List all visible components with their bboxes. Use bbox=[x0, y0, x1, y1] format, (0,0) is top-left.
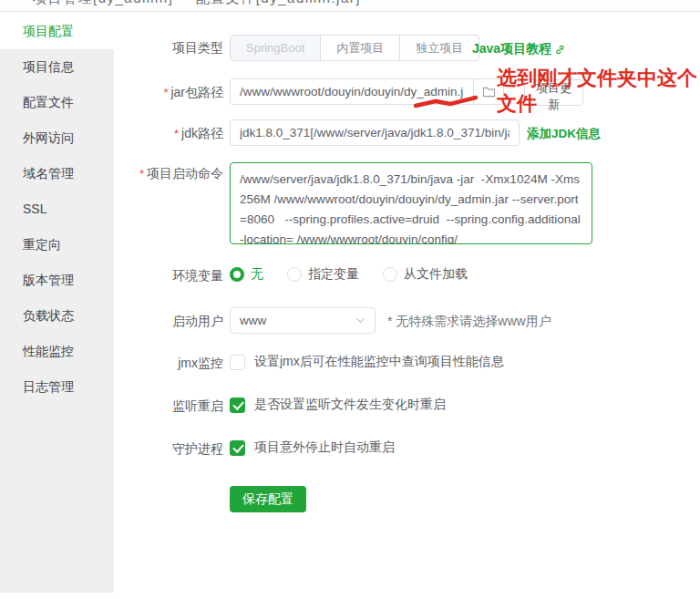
run-user-select[interactable]: www bbox=[230, 307, 376, 334]
radio-unselected-icon bbox=[287, 267, 302, 282]
daemon-check-row: 项目意外停止时自动重启 bbox=[230, 439, 395, 456]
env-radio-from-file[interactable]: 从文件加载 bbox=[383, 266, 468, 283]
settings-sidebar: 项目配置 项目信息 配置文件 外网访问 域名管理 SSL 重定向 版本管理 负载… bbox=[0, 13, 114, 593]
start-cmd-label: *项目启动命令 bbox=[114, 166, 223, 182]
radio-unselected-icon bbox=[383, 267, 397, 282]
clipped-dialog-title: 项目管理[dy_admin] -- 配置文件[dy_admin.jar] bbox=[33, 0, 361, 7]
jar-path-input-group bbox=[230, 78, 504, 105]
jmx-check-row: 设置jmx后可在性能监控中查询项目性能信息 bbox=[230, 354, 504, 370]
save-config-button[interactable]: 保存配置 bbox=[230, 486, 306, 512]
radio-selected-icon bbox=[230, 267, 244, 282]
chevron-down-icon bbox=[355, 315, 365, 325]
project-type-label: 项目类型 bbox=[114, 40, 223, 57]
jmx-label: jmx监控 bbox=[114, 356, 223, 372]
listen-restart-check-row: 是否设置监听文件发生变化时重启 bbox=[230, 397, 446, 413]
daemon-text: 项目意外停止时自动重启 bbox=[254, 439, 395, 456]
project-type-builtin-button[interactable]: 内置项目 bbox=[320, 35, 400, 61]
jdk-path-input[interactable] bbox=[230, 119, 520, 146]
env-radio-none[interactable]: 无 bbox=[230, 266, 263, 283]
sidebar-item-version[interactable]: 版本管理 bbox=[0, 263, 114, 298]
jar-path-label: *jar包路径 bbox=[114, 85, 223, 101]
sidebar-item-redirect[interactable]: 重定向 bbox=[0, 227, 114, 263]
daemon-label: 守护进程 bbox=[114, 441, 223, 458]
sidebar-item-ssl[interactable]: SSL bbox=[0, 191, 114, 227]
listen-restart-text: 是否设置监听文件发生变化时重启 bbox=[254, 397, 446, 413]
folder-icon bbox=[482, 86, 496, 98]
sidebar-item-load-status[interactable]: 负载状态 bbox=[0, 298, 114, 334]
jmx-text: 设置jmx后可在性能监控中查询项目性能信息 bbox=[254, 354, 504, 370]
red-annotation-text: 选到刚才文件夹中这个 文件 bbox=[497, 66, 700, 117]
link-chain-icon bbox=[555, 45, 565, 55]
run-user-label: 启动用户 bbox=[114, 314, 223, 330]
sidebar-item-project-config[interactable]: 项目配置 bbox=[0, 13, 114, 49]
sidebar-item-external-access[interactable]: 外网访问 bbox=[0, 120, 114, 156]
project-type-springboot-button[interactable]: SpringBoot bbox=[230, 35, 321, 61]
env-var-radio-group: 无 指定变量 从文件加载 bbox=[230, 266, 468, 283]
dialog-title-strip: 项目管理[dy_admin] -- 配置文件[dy_admin.jar] bbox=[0, 0, 700, 12]
project-type-standalone-button[interactable]: 独立项目 bbox=[399, 35, 479, 61]
run-user-hint: * 无特殊需求请选择www用户 bbox=[387, 314, 551, 330]
jar-path-input[interactable] bbox=[230, 78, 474, 105]
sidebar-item-performance[interactable]: 性能监控 bbox=[0, 334, 114, 369]
daemon-checkbox[interactable] bbox=[230, 440, 245, 456]
add-jdk-link[interactable]: 添加JDK信息 bbox=[527, 126, 601, 142]
jdk-path-label: *jdk路径 bbox=[114, 126, 223, 142]
java-tutorial-link[interactable]: Java项目教程 bbox=[472, 41, 565, 57]
sidebar-item-config-file[interactable]: 配置文件 bbox=[0, 85, 114, 120]
sidebar-item-logs[interactable]: 日志管理 bbox=[0, 369, 114, 405]
sidebar-item-domain[interactable]: 域名管理 bbox=[0, 156, 114, 191]
listen-restart-checkbox[interactable] bbox=[230, 398, 245, 413]
project-type-button-group: SpringBoot 内置项目 独立项目 bbox=[230, 35, 479, 61]
start-cmd-textarea[interactable]: /www/server/java/jdk1.8.0_371/bin/java -… bbox=[230, 162, 592, 244]
listen-restart-label: 监听重启 bbox=[114, 398, 223, 415]
sidebar-item-project-info[interactable]: 项目信息 bbox=[0, 49, 114, 85]
env-radio-specify[interactable]: 指定变量 bbox=[287, 266, 359, 283]
env-var-label: 环境变量 bbox=[114, 268, 223, 284]
jmx-checkbox[interactable] bbox=[230, 355, 245, 370]
